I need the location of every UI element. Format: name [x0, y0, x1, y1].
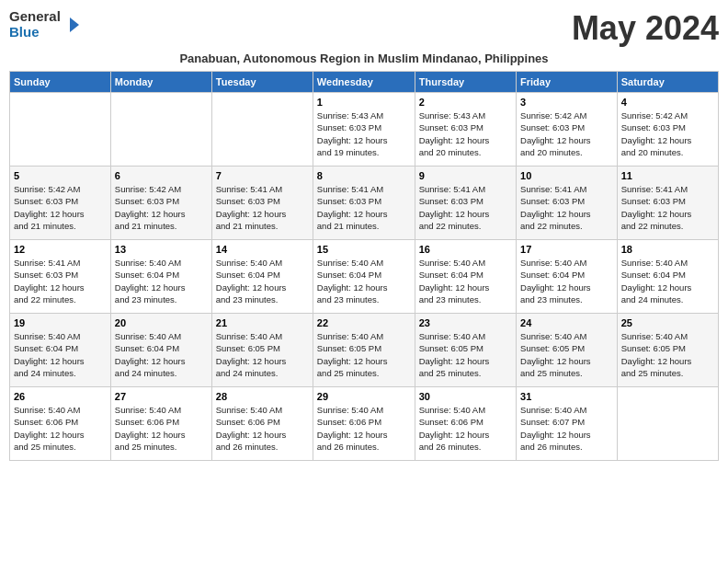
logo-general: General [9, 9, 61, 25]
day-info: Sunrise: 5:42 AMSunset: 6:03 PMDaylight:… [115, 183, 208, 232]
day-number: 6 [115, 170, 208, 181]
logo: General Blue [9, 9, 81, 40]
calendar-cell [211, 93, 313, 167]
calendar-cell: 7Sunrise: 5:41 AMSunset: 6:03 PMDaylight… [211, 167, 313, 240]
header-thursday: Thursday [415, 72, 516, 93]
day-number: 9 [419, 170, 512, 181]
calendar-cell: 24Sunrise: 5:40 AMSunset: 6:05 PMDayligh… [517, 314, 618, 387]
day-info: Sunrise: 5:43 AMSunset: 6:03 PMDaylight:… [419, 109, 512, 158]
day-info: Sunrise: 5:40 AMSunset: 6:04 PMDaylight:… [520, 257, 613, 305]
calendar-cell: 8Sunrise: 5:41 AMSunset: 6:03 PMDaylight… [313, 167, 415, 240]
day-number: 12 [14, 244, 107, 255]
day-number: 5 [14, 170, 107, 181]
day-number: 18 [621, 244, 714, 255]
day-info: Sunrise: 5:40 AMSunset: 6:07 PMDaylight:… [520, 404, 613, 453]
day-number: 1 [317, 97, 411, 108]
day-info: Sunrise: 5:40 AMSunset: 6:05 PMDaylight:… [419, 330, 512, 379]
calendar-cell: 14Sunrise: 5:40 AMSunset: 6:04 PMDayligh… [211, 240, 313, 314]
calendar-cell: 25Sunrise: 5:40 AMSunset: 6:05 PMDayligh… [617, 314, 718, 387]
header-sunday: Sunday [10, 72, 111, 93]
calendar-cell: 19Sunrise: 5:40 AMSunset: 6:04 PMDayligh… [10, 314, 111, 387]
day-number: 19 [14, 317, 107, 328]
calendar-cell: 4Sunrise: 5:42 AMSunset: 6:03 PMDaylight… [617, 93, 718, 167]
day-number: 13 [115, 244, 208, 255]
day-info: Sunrise: 5:40 AMSunset: 6:04 PMDaylight:… [317, 257, 411, 305]
calendar-cell: 22Sunrise: 5:40 AMSunset: 6:05 PMDayligh… [313, 314, 415, 387]
day-number: 23 [419, 317, 512, 328]
calendar-cell: 28Sunrise: 5:40 AMSunset: 6:06 PMDayligh… [211, 387, 313, 461]
day-info: Sunrise: 5:41 AMSunset: 6:03 PMDaylight:… [621, 183, 714, 232]
day-info: Sunrise: 5:40 AMSunset: 6:04 PMDaylight:… [14, 330, 107, 379]
day-info: Sunrise: 5:42 AMSunset: 6:03 PMDaylight:… [14, 183, 107, 232]
logo-icon [63, 16, 81, 34]
calendar-cell: 11Sunrise: 5:41 AMSunset: 6:03 PMDayligh… [617, 167, 718, 240]
day-number: 10 [520, 170, 613, 181]
day-number: 29 [317, 391, 411, 402]
month-title: May 2024 [572, 9, 719, 48]
logo-blue: Blue [9, 25, 61, 40]
calendar-body: 1Sunrise: 5:43 AMSunset: 6:03 PMDaylight… [10, 93, 719, 461]
day-number: 14 [216, 244, 309, 255]
day-number: 26 [14, 391, 107, 402]
day-number: 11 [621, 170, 714, 181]
calendar-cell: 13Sunrise: 5:40 AMSunset: 6:04 PMDayligh… [110, 240, 211, 314]
day-number: 3 [520, 97, 613, 108]
day-number: 8 [317, 170, 411, 181]
day-number: 31 [520, 391, 613, 402]
day-number: 27 [115, 391, 208, 402]
calendar-week-3: 12Sunrise: 5:41 AMSunset: 6:03 PMDayligh… [10, 240, 719, 314]
calendar-cell: 15Sunrise: 5:40 AMSunset: 6:04 PMDayligh… [313, 240, 415, 314]
calendar-cell: 1Sunrise: 5:43 AMSunset: 6:03 PMDaylight… [313, 93, 415, 167]
calendar-cell [110, 93, 211, 167]
calendar-cell: 12Sunrise: 5:41 AMSunset: 6:03 PMDayligh… [10, 240, 111, 314]
calendar-cell: 26Sunrise: 5:40 AMSunset: 6:06 PMDayligh… [10, 387, 111, 461]
header-friday: Friday [517, 72, 618, 93]
page-header: General Blue May 2024 [9, 9, 719, 48]
day-info: Sunrise: 5:41 AMSunset: 6:03 PMDaylight:… [520, 183, 613, 232]
svg-marker-0 [70, 17, 79, 32]
calendar-week-4: 19Sunrise: 5:40 AMSunset: 6:04 PMDayligh… [10, 314, 719, 387]
calendar-cell [10, 93, 111, 167]
calendar-cell: 18Sunrise: 5:40 AMSunset: 6:04 PMDayligh… [617, 240, 718, 314]
day-info: Sunrise: 5:40 AMSunset: 6:05 PMDaylight:… [520, 330, 613, 379]
calendar-cell: 2Sunrise: 5:43 AMSunset: 6:03 PMDaylight… [415, 93, 516, 167]
day-info: Sunrise: 5:40 AMSunset: 6:04 PMDaylight:… [419, 257, 512, 305]
day-info: Sunrise: 5:40 AMSunset: 6:06 PMDaylight:… [317, 404, 411, 453]
day-number: 4 [621, 97, 714, 108]
calendar-cell: 17Sunrise: 5:40 AMSunset: 6:04 PMDayligh… [517, 240, 618, 314]
header-saturday: Saturday [617, 72, 718, 93]
calendar-header-row: SundayMondayTuesdayWednesdayThursdayFrid… [10, 72, 719, 93]
calendar-week-2: 5Sunrise: 5:42 AMSunset: 6:03 PMDaylight… [10, 167, 719, 240]
day-number: 22 [317, 317, 411, 328]
calendar-cell: 21Sunrise: 5:40 AMSunset: 6:05 PMDayligh… [211, 314, 313, 387]
day-number: 7 [216, 170, 309, 181]
calendar-cell: 27Sunrise: 5:40 AMSunset: 6:06 PMDayligh… [110, 387, 211, 461]
calendar-cell: 23Sunrise: 5:40 AMSunset: 6:05 PMDayligh… [415, 314, 516, 387]
calendar-cell [617, 387, 718, 461]
page-subtitle: Panabuan, Autonomous Region in Muslim Mi… [9, 52, 719, 65]
calendar-cell: 10Sunrise: 5:41 AMSunset: 6:03 PMDayligh… [517, 167, 618, 240]
day-info: Sunrise: 5:42 AMSunset: 6:03 PMDaylight:… [520, 109, 613, 158]
day-number: 28 [216, 391, 309, 402]
day-info: Sunrise: 5:40 AMSunset: 6:05 PMDaylight:… [216, 330, 309, 379]
day-info: Sunrise: 5:40 AMSunset: 6:04 PMDaylight:… [115, 330, 208, 379]
header-wednesday: Wednesday [313, 72, 415, 93]
day-number: 16 [419, 244, 512, 255]
day-info: Sunrise: 5:41 AMSunset: 6:03 PMDaylight:… [14, 257, 107, 305]
day-info: Sunrise: 5:40 AMSunset: 6:06 PMDaylight:… [115, 404, 208, 453]
calendar-week-1: 1Sunrise: 5:43 AMSunset: 6:03 PMDaylight… [10, 93, 719, 167]
calendar-cell: 6Sunrise: 5:42 AMSunset: 6:03 PMDaylight… [110, 167, 211, 240]
day-number: 2 [419, 97, 512, 108]
day-info: Sunrise: 5:41 AMSunset: 6:03 PMDaylight:… [419, 183, 512, 232]
day-info: Sunrise: 5:40 AMSunset: 6:04 PMDaylight:… [216, 257, 309, 305]
day-info: Sunrise: 5:40 AMSunset: 6:06 PMDaylight:… [216, 404, 309, 453]
calendar-cell: 20Sunrise: 5:40 AMSunset: 6:04 PMDayligh… [110, 314, 211, 387]
calendar-cell: 30Sunrise: 5:40 AMSunset: 6:06 PMDayligh… [415, 387, 516, 461]
day-number: 24 [520, 317, 613, 328]
day-number: 25 [621, 317, 714, 328]
day-number: 21 [216, 317, 309, 328]
day-info: Sunrise: 5:40 AMSunset: 6:06 PMDaylight:… [419, 404, 512, 453]
day-info: Sunrise: 5:43 AMSunset: 6:03 PMDaylight:… [317, 109, 411, 158]
calendar-cell: 29Sunrise: 5:40 AMSunset: 6:06 PMDayligh… [313, 387, 415, 461]
day-info: Sunrise: 5:42 AMSunset: 6:03 PMDaylight:… [621, 109, 714, 158]
